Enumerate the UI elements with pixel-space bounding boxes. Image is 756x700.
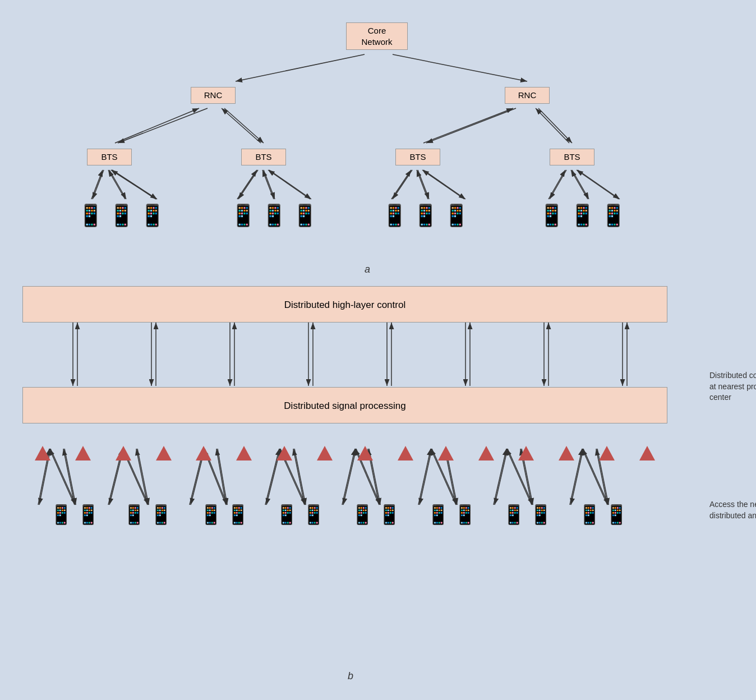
high-layer-box: Distributed high-layer control	[22, 286, 667, 323]
phone-icon: 📱	[578, 505, 601, 524]
rnc-right-node: RNC	[505, 87, 550, 104]
phone-icon: 📱	[230, 205, 256, 226]
phones-bts2: 📱 📱 📱	[230, 205, 318, 226]
antenna-icon	[518, 446, 534, 460]
phone-icon: 📱	[302, 505, 325, 524]
high-layer-label: Distributed high-layer control	[284, 300, 405, 310]
antenna-icon	[478, 446, 494, 460]
phone-icon: 📱	[412, 205, 439, 226]
antenna-icon	[559, 446, 574, 460]
antenna-icon	[196, 446, 211, 460]
phones-bts1: 📱 📱 📱	[77, 205, 165, 226]
phones-b-group8: 📱 📱	[578, 505, 628, 524]
antenna-row	[22, 446, 667, 460]
phones-b-group7: 📱 📱	[502, 505, 552, 524]
phone-icon: 📱	[453, 505, 477, 524]
antenna-icon	[35, 446, 50, 460]
phone-icon: 📱	[569, 205, 596, 226]
rnc-left-label: RNC	[204, 90, 223, 100]
antenna-icon	[398, 446, 413, 460]
bts-3-label: BTS	[409, 152, 426, 162]
part-b-label: b	[348, 670, 353, 682]
phones-b-group5: 📱 📱	[351, 505, 401, 524]
bts-2-label: BTS	[255, 152, 271, 162]
phones-b-group6: 📱 📱	[426, 505, 477, 524]
phone-icon: 📱	[502, 505, 525, 524]
bts-4-node: BTS	[550, 149, 594, 165]
phone-icon: 📱	[77, 205, 104, 226]
phones-b-group3: 📱 📱	[199, 505, 250, 524]
phone-icon: 📱	[600, 205, 626, 226]
bts-4-label: BTS	[564, 152, 580, 162]
antenna-icon	[438, 446, 454, 460]
phone-icon: 📱	[443, 205, 469, 226]
phone-icon: 📱	[76, 505, 100, 524]
phone-icon: 📱	[377, 505, 401, 524]
phone-icon: 📱	[275, 505, 298, 524]
part-a: Core Network RNC RNC BTS BTS BTS BTS 📱 📱…	[0, 6, 756, 280]
antenna-icon	[156, 446, 172, 460]
rnc-left-node: RNC	[191, 87, 236, 104]
bts-1-label: BTS	[101, 152, 117, 162]
antenna-icon	[317, 446, 333, 460]
phone-icon: 📱	[426, 505, 450, 524]
antenna-icon	[75, 446, 91, 460]
bts-2-node: BTS	[241, 149, 286, 165]
phones-b-group2: 📱 📱	[122, 505, 173, 524]
phone-icon: 📱	[351, 505, 374, 524]
side-label-2: Access the nearest set of distributed an…	[709, 499, 756, 521]
phone-icon: 📱	[139, 205, 165, 226]
phone-icon: 📱	[49, 505, 73, 524]
phone-icon: 📱	[199, 505, 223, 524]
phone-icon: 📱	[261, 205, 287, 226]
phone-icon: 📱	[538, 205, 565, 226]
signal-proc-label: Distributed signal processing	[284, 400, 405, 411]
part-a-label: a	[365, 264, 370, 275]
antenna-icon	[276, 446, 292, 460]
antenna-icon	[639, 446, 655, 460]
phone-icon: 📱	[529, 505, 552, 524]
phone-icon: 📱	[149, 505, 173, 524]
antenna-icon	[599, 446, 615, 460]
part-b: Distributed high-layer control Distribut…	[22, 286, 695, 679]
rnc-right-label: RNC	[518, 90, 537, 100]
diagram-container: Core Network RNC RNC BTS BTS BTS BTS 📱 📱…	[0, 0, 756, 700]
bts-1-node: BTS	[87, 149, 132, 165]
core-network-label: Core Network	[361, 26, 392, 47]
phones-b-group1: 📱 📱	[49, 505, 100, 524]
phone-icon: 📱	[226, 505, 250, 524]
phone-icon: 📱	[292, 205, 318, 226]
phone-icon: 📱	[122, 505, 146, 524]
antenna-icon	[357, 446, 373, 460]
phones-b-group4: 📱 📱	[275, 505, 325, 524]
phones-bts4: 📱 📱 📱	[538, 205, 626, 226]
bts-3-node: BTS	[395, 149, 440, 165]
phone-icon: 📱	[605, 505, 628, 524]
signal-proc-box: Distributed signal processing	[22, 387, 667, 423]
core-network-node: Core Network	[346, 22, 408, 50]
phone-icon: 📱	[108, 205, 135, 226]
side-label-1: Distributed co-processing at nearest pro…	[709, 370, 756, 403]
phone-icon: 📱	[381, 205, 408, 226]
antenna-icon	[236, 446, 252, 460]
phones-bts3: 📱 📱 📱	[381, 205, 469, 226]
antenna-icon	[116, 446, 131, 460]
